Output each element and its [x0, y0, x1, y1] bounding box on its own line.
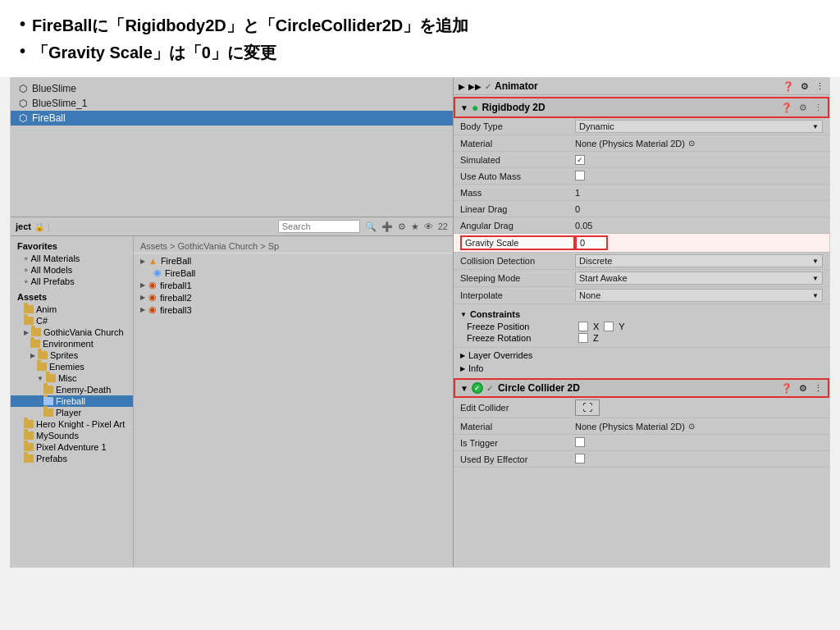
add-icon[interactable]: ➕: [381, 221, 393, 232]
freeze-rotation-label: Freeze Rotation: [467, 333, 573, 343]
tree-gothicvania[interactable]: ▶ GothicVania Church: [11, 326, 133, 338]
prop-simulated: Simulated: [454, 152, 829, 168]
favorite-icon: ●: [24, 254, 28, 262]
filter-icon[interactable]: ⚙: [398, 221, 406, 232]
expand-icon: ▶: [140, 294, 145, 301]
search-input[interactable]: [278, 220, 360, 233]
eye-icon[interactable]: 👁: [424, 221, 433, 231]
tree-all-models[interactable]: ● All Models: [11, 264, 133, 276]
menu-icon[interactable]: ⋮: [815, 81, 824, 92]
constraints-title: ▼ Constraints: [460, 308, 823, 321]
folder-icon: [43, 397, 53, 405]
triangle-icon: ▲: [148, 256, 158, 266]
tree-pixel-adventure[interactable]: Pixel Adventure 1: [11, 441, 133, 453]
freeze-y-checkbox[interactable]: [604, 322, 614, 331]
gravity-scale-value[interactable]: 0: [575, 235, 608, 250]
tree-csharp[interactable]: C#: [11, 315, 133, 326]
interpolate-dropdown[interactable]: None ▼: [575, 289, 823, 302]
asset-fireball2[interactable]: ▶ ◉ fireball2: [134, 291, 453, 304]
target-icon[interactable]: ⊙: [688, 139, 695, 148]
folder-icon: [24, 443, 34, 451]
hierarchy-item-blueslime[interactable]: ⬡ BlueSlime: [11, 81, 453, 96]
sleeping-mode-dropdown[interactable]: Start Awake ▼: [575, 272, 823, 285]
folder-icon: [24, 420, 34, 428]
favorites-section: Favorites: [11, 240, 133, 253]
animator-title: Animator: [495, 80, 783, 92]
prop-used-by-effector: Used By Effector: [454, 451, 829, 468]
settings-icon[interactable]: ⚙: [799, 103, 807, 113]
project-toolbar: ject 🔒 | 🔍 ➕ ⚙ ★ 👁 22: [11, 217, 453, 236]
tree-anim[interactable]: Anim: [11, 304, 133, 315]
forward-icon: ▶▶: [468, 82, 482, 91]
prop-collision-detection: Collision Detection Discrete ▼: [454, 253, 829, 270]
hierarchy-item-blueslime1[interactable]: ⬡ BlueSlime_1: [11, 96, 453, 111]
collision-detection-dropdown[interactable]: Discrete ▼: [575, 254, 823, 267]
expand-arrow: ▼: [460, 103, 468, 112]
scene-icon: ⬡: [17, 112, 29, 124]
expand-icon: ▶: [30, 352, 35, 359]
target-icon[interactable]: ⊙: [688, 422, 695, 431]
tree-player[interactable]: Player: [11, 407, 133, 418]
body-type-dropdown[interactable]: Dynamic ▼: [575, 120, 823, 133]
project-content: Favorites ● All Materials ● All Models ●…: [11, 236, 453, 567]
hierarchy-item-fireball[interactable]: ⬡ FireBall: [11, 111, 453, 126]
freeze-rotation-row: Freeze Rotation Z: [460, 332, 823, 344]
tree-all-materials[interactable]: ● All Materials: [11, 253, 133, 264]
help-icon[interactable]: ❓: [781, 383, 792, 394]
prop-use-auto-mass: Use Auto Mass: [454, 168, 829, 185]
rigidbody-component-header: ▼ ● Rigidbody 2D ❓ ⚙ ⋮: [454, 97, 829, 118]
prop-mass: Mass 1: [454, 185, 829, 201]
star-icon[interactable]: ★: [411, 221, 419, 232]
menu-icon[interactable]: ⋮: [814, 383, 823, 394]
asset-fireball1[interactable]: ▶ ◉ fireball1: [134, 279, 453, 291]
tree-all-prefabs[interactable]: ● All Prefabs: [11, 276, 133, 287]
hierarchy-panel: ⬡ BlueSlime ⬡ BlueSlime_1 ⬡ FireBall: [11, 78, 453, 217]
assets-section: Assets: [11, 290, 133, 304]
tree-environment[interactable]: Environment: [11, 338, 133, 349]
freeze-x-checkbox[interactable]: [578, 322, 588, 331]
expand-arrow: ▼: [460, 384, 468, 393]
left-panel: ⬡ BlueSlime ⬡ BlueSlime_1 ⬡ FireBall jec…: [11, 78, 454, 567]
asset-fireball-folder[interactable]: ▶ ▲ FireBall: [134, 255, 453, 267]
tree-enemy-death[interactable]: Enemy-Death: [11, 384, 133, 395]
menu-icon[interactable]: ⋮: [814, 103, 823, 113]
tree-mysounds[interactable]: MySounds: [11, 430, 133, 441]
used-by-effector-checkbox[interactable]: [575, 454, 585, 463]
folder-icon: [24, 305, 34, 313]
folder-icon: [24, 431, 34, 440]
circle-collider-green-icon: [472, 382, 483, 394]
help-icon[interactable]: ❓: [783, 81, 794, 92]
tree-enemies[interactable]: Enemies: [11, 361, 133, 372]
freeze-position-row: Freeze Position X Y: [460, 321, 823, 332]
scene-icon: ⬡: [17, 98, 29, 109]
prop-linear-drag: Linear Drag 0: [454, 201, 829, 217]
check-icon: ✓: [486, 384, 493, 393]
prop-sleeping-mode: Sleeping Mode Start Awake ▼: [454, 270, 829, 287]
tree-fireball[interactable]: Fireball: [11, 395, 133, 407]
simulated-checkbox[interactable]: [575, 155, 585, 165]
folder-icon: [30, 340, 40, 348]
edit-collider-button[interactable]: ⛶: [575, 399, 600, 416]
auto-mass-checkbox[interactable]: [575, 171, 585, 180]
collider-edit-icon: ⛶: [582, 402, 592, 413]
freeze-z-checkbox[interactable]: [578, 333, 588, 343]
tree-hero-knight[interactable]: Hero Knight - Pixel Art: [11, 418, 133, 430]
count-badge: 22: [438, 221, 448, 231]
freeze-position-label: Freeze Position: [467, 322, 573, 331]
tree-misc[interactable]: ▼ Misc: [11, 372, 133, 384]
project-panel: ject 🔒 | 🔍 ➕ ⚙ ★ 👁 22 Favorites: [11, 217, 453, 567]
prop-gravity-scale: Gravity Scale 0: [454, 234, 829, 253]
info-row: ▶ Info: [454, 362, 829, 375]
asset-fireball-prefab[interactable]: ◉ FireBall: [134, 267, 453, 279]
asset-fireball3[interactable]: ▶ ◉ fireball3: [134, 304, 453, 316]
tree-sprites[interactable]: ▶ Sprites: [11, 349, 133, 361]
prop-is-trigger: Is Trigger: [454, 435, 829, 451]
settings-icon[interactable]: ⚙: [801, 81, 809, 92]
help-icon[interactable]: ❓: [781, 103, 792, 113]
settings-icon[interactable]: ⚙: [799, 383, 807, 394]
instruction-panel: • FireBallに「Rigidbody2D」と「CircleCollider…: [0, 0, 840, 77]
tree-prefabs[interactable]: Prefabs: [11, 453, 133, 464]
is-trigger-checkbox[interactable]: [575, 437, 585, 447]
lock-icon: 🔒: [34, 222, 44, 231]
check-icon: ✓: [485, 82, 491, 91]
